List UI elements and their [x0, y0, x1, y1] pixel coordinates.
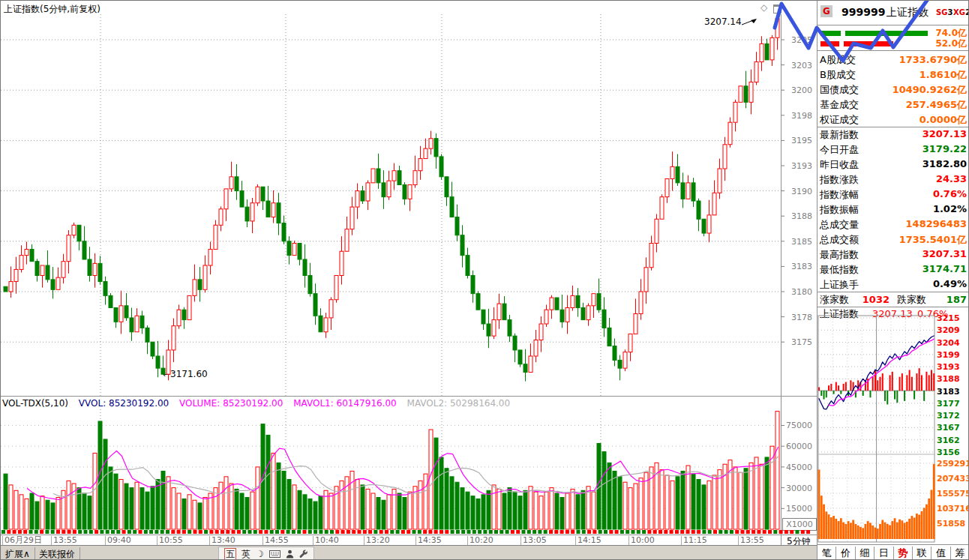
price-axis-label: 3185: [782, 237, 812, 247]
bottom-tab-4[interactable]: 日: [874, 547, 893, 560]
stock-name: 上证指数: [886, 6, 928, 19]
mini-volume-tick: 207433: [937, 474, 969, 484]
time-axis-label: 13:55: [738, 536, 764, 545]
bottom-tab-7[interactable]: 值: [932, 547, 950, 560]
volume-axis-label: 75000: [782, 421, 812, 430]
price-axis-label: 3183: [782, 262, 812, 271]
low-annotation: ←3171.60: [163, 369, 208, 379]
volume-axis-label: 30000: [782, 484, 812, 493]
keyboard-icon[interactable]: [269, 550, 280, 558]
quote-row-label: 昨日收盘: [820, 158, 859, 172]
quote-row-value: 3182.80: [863, 158, 967, 169]
linked-quote-button[interactable]: 关联报价: [34, 547, 80, 560]
quote-row-value: 0.49%: [863, 278, 967, 289]
quote-row-value: 257.4965亿: [863, 98, 967, 112]
extend-button[interactable]: 扩展∧: [1, 547, 35, 560]
mini-volume-tick: 103716: [937, 504, 969, 514]
bottom-tab-6[interactable]: 联: [913, 547, 932, 560]
user-icon[interactable]: [286, 550, 294, 559]
quote-row-value: 0.0000亿: [863, 113, 967, 127]
bottom-tab-1[interactable]: 笔: [818, 547, 836, 560]
price-axis-label: 3203: [782, 61, 812, 70]
quote-row-label: 总成交量: [820, 218, 859, 232]
quote-row-label: 指数涨跌: [820, 173, 859, 187]
quote-row-label: 最高指数: [820, 248, 859, 262]
g-badge: G: [820, 5, 832, 17]
quote-row-value: 24.33: [863, 173, 967, 184]
volume-chart-plot[interactable]: [1, 409, 781, 529]
mini-price-tick: 3204: [937, 338, 960, 348]
ime-wubi-icon[interactable]: 五: [224, 548, 236, 560]
mini-price-tick: 3167: [937, 423, 960, 433]
main-chart-plot[interactable]: [1, 14, 781, 396]
price-axis-label: 3193: [782, 161, 812, 171]
quote-row-value: 3174.71: [863, 263, 967, 274]
buy-strength-bar: [820, 31, 841, 36]
mini-price-tick: 3177: [937, 399, 960, 409]
price-axis-label: 3205: [782, 35, 812, 45]
mini-intraday-plot[interactable]: [818, 316, 934, 542]
quote-row-value: 10490.9262亿: [863, 83, 967, 97]
quote-row-label: 最低指数: [820, 263, 859, 277]
trading-app-window: 上证指数(5分钟,前复权) ◇ VOL-TDX(5,10) VVOL: 8523…: [0, 0, 969, 560]
quote-row-value: 1733.6790亿: [863, 53, 967, 67]
price-axis-label: 3200: [782, 85, 812, 95]
mini-volume-tick: 51858: [937, 519, 965, 529]
ime-english-icon[interactable]: 英: [242, 549, 250, 559]
advancers-value: 1032: [860, 294, 890, 306]
time-axis-label: 10:55: [157, 536, 183, 545]
bottom-tab-3[interactable]: 细: [856, 547, 874, 560]
vvol-value: VVOL: 85230192.00: [79, 398, 169, 409]
time-axis-label: 14:15: [575, 536, 602, 545]
mini-price-tick: 3199: [937, 350, 960, 360]
mini-volume-tick: 259291: [937, 459, 969, 469]
time-axis-label: 14:55: [262, 536, 289, 545]
volume-axis-label: 60000: [782, 442, 812, 451]
quote-row-value: 0.76%: [863, 188, 967, 199]
main-chart-title: 上证指数(5分钟,前复权): [4, 3, 100, 16]
advancers-label: 涨家数: [820, 294, 849, 306]
decliners-label: 跌家数: [897, 294, 926, 306]
vol-indicator-name: VOL-TDX(5,10): [2, 398, 68, 409]
mini-price-tick: 3172: [937, 411, 960, 421]
bottom-tab-5[interactable]: 势: [894, 547, 913, 560]
tag-xg: XG2: [953, 8, 969, 16]
ime-toolbar: 五 英 ☽: [218, 547, 314, 560]
bottom-tab-8[interactable]: 筹: [951, 547, 969, 560]
tag-sg: SG3: [936, 8, 952, 16]
mini-price-tick: 3183: [937, 387, 960, 397]
price-axis-label: 3188: [782, 211, 812, 221]
time-axis-label: 10:40: [313, 536, 339, 545]
quote-row-label: 国债成交: [820, 83, 859, 97]
mini-chart-title: 上证指数: [820, 308, 859, 320]
quote-row-value: 3207.13: [863, 128, 967, 139]
sell-strength-bar: [820, 41, 839, 46]
halfwidth-moon-icon[interactable]: ☽: [256, 549, 264, 559]
wrench-icon[interactable]: [299, 550, 308, 559]
stock-code: 999999: [842, 6, 885, 18]
mavol1-value: MAVOL1: 60147916.00: [293, 398, 397, 409]
time-axis-label: 06月29日: [2, 536, 42, 545]
time-axis-label: 13:40: [209, 536, 236, 545]
quote-row-label: A股成交: [820, 53, 856, 67]
price-axis-label: 3180: [782, 287, 812, 297]
volume-axis-label: 45000: [782, 463, 812, 472]
mini-price-tick: 3209: [937, 325, 960, 335]
time-axis-label: 14:35: [416, 536, 442, 545]
mavol2-value: MAVOL2: 50298164.00: [407, 398, 511, 409]
time-axis-label: 11:15: [681, 536, 707, 545]
quote-row-value: 3179.22: [863, 143, 967, 154]
time-axis-label: 09:40: [105, 536, 131, 545]
quote-row-label: 今日开盘: [820, 143, 859, 157]
diamond-icon[interactable]: ◇: [760, 2, 767, 13]
price-axis-label: 3175: [782, 337, 812, 347]
quote-panel-header[interactable]: G 999999 上证指数 SG3 XG2: [818, 3, 969, 24]
restore-window-icon[interactable]: [773, 4, 782, 13]
volume-indicator-header: VOL-TDX(5,10) VVOL: 85230192.00 VOLUME: …: [2, 398, 518, 409]
bottom-tab-2[interactable]: 价: [836, 547, 855, 560]
decliners-value: 187: [938, 294, 967, 306]
quote-row-label: 指数振幅: [820, 203, 859, 217]
buy-strength-bar2: [845, 31, 928, 36]
time-axis-label: 13:05: [520, 536, 547, 545]
quote-row-value: 1735.5401亿: [863, 233, 967, 247]
